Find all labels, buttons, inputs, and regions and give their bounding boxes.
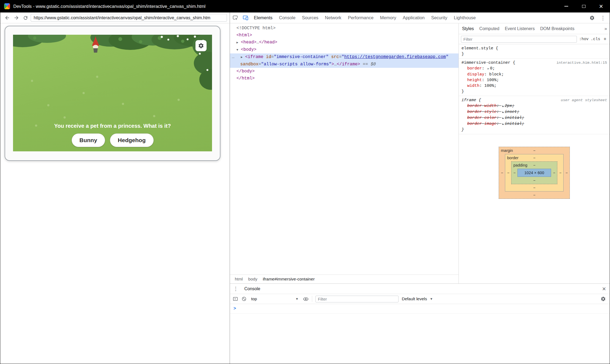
console-toolbar: top ▼ Default levels ▼ bbox=[230, 294, 610, 304]
browser-nav: https://www.gstatic.com/assistant/intera… bbox=[0, 12, 230, 23]
reload-button[interactable] bbox=[21, 14, 30, 22]
style-property[interactable]: border-width: ▶2px; bbox=[462, 103, 607, 109]
tab-lighthouse[interactable]: Lighthouse bbox=[451, 12, 479, 23]
sidebar-tab-dom-breakpoints[interactable]: DOM Breakpoints bbox=[538, 26, 577, 31]
gnome-figure bbox=[90, 36, 101, 53]
dom-tree-node[interactable]: <!DOCTYPE html> bbox=[230, 25, 459, 32]
tab-network[interactable]: Network bbox=[322, 12, 345, 23]
log-levels-select[interactable]: Default levels ▼ bbox=[402, 296, 433, 301]
style-property[interactable]: height: 100%; bbox=[462, 77, 607, 83]
style-rule--immersive-container: #immersive-container {interactive…him.ht… bbox=[459, 59, 610, 96]
dom-tree-node[interactable]: …▶<iframe id="immersive-container" src="… bbox=[230, 53, 459, 61]
choice-buttons: BunnyHedgehog bbox=[13, 133, 212, 147]
dom-tree-node[interactable]: </html> bbox=[230, 75, 459, 82]
console-drawer: ⋮ Console × top ▼ bbox=[230, 283, 610, 364]
close-button[interactable]: × bbox=[592, 0, 610, 12]
styles-filter-input[interactable] bbox=[461, 36, 577, 43]
style-property[interactable]: border-image: ▶initial; bbox=[462, 121, 607, 127]
console-prompt[interactable]: > bbox=[230, 304, 610, 314]
tab-console[interactable]: Console bbox=[276, 12, 299, 23]
forward-button[interactable] bbox=[12, 14, 20, 22]
sidebar-tab-computed[interactable]: Computed bbox=[477, 26, 502, 31]
console-filter-input[interactable] bbox=[315, 296, 399, 302]
tab-security[interactable]: Security bbox=[428, 12, 451, 23]
clear-console-button[interactable] bbox=[241, 296, 247, 302]
styles-tabs-host: StylesComputedEvent ListenersDOM Breakpo… bbox=[459, 23, 577, 34]
styles-sidebar-tabs: StylesComputedEvent ListenersDOM Breakpo… bbox=[459, 23, 610, 34]
breadcrumb-body[interactable]: body bbox=[246, 276, 260, 282]
device-toolbar-button[interactable] bbox=[240, 12, 251, 23]
dom-tree-node[interactable]: </body> bbox=[230, 68, 459, 75]
collapsed-arrow-icon[interactable]: ▶ bbox=[241, 54, 245, 61]
devtools-window: DevTools - www.gstatic.com/assistant/int… bbox=[0, 0, 610, 364]
drawer-menu-button[interactable]: ⋮ bbox=[230, 286, 242, 292]
box-model-margin: margin − − border − − bbox=[499, 147, 570, 199]
javascript-context-value: top bbox=[251, 296, 257, 301]
expanded-arrow-icon[interactable]: ▼ bbox=[236, 46, 241, 53]
minimize-button[interactable] bbox=[558, 0, 575, 12]
device-toolbar-icon bbox=[243, 15, 248, 21]
gear-icon bbox=[600, 296, 606, 302]
maximize-icon bbox=[582, 5, 586, 8]
settings-button[interactable] bbox=[587, 15, 597, 21]
toggle-hover-state-button[interactable]: :hov bbox=[579, 37, 589, 41]
console-sidebar-toggle-button[interactable] bbox=[233, 296, 238, 302]
maximize-button[interactable] bbox=[575, 0, 592, 12]
inspect-icon bbox=[232, 15, 238, 21]
box-model-border: border − − padding − − bbox=[505, 154, 564, 191]
window-controls: × bbox=[558, 0, 610, 12]
top-toolbar: https://www.gstatic.com/assistant/intera… bbox=[0, 12, 610, 23]
dom-tree-node[interactable]: ▼<body> bbox=[230, 46, 459, 53]
rule-selector[interactable]: element.style { bbox=[462, 46, 498, 51]
inspect-element-button[interactable] bbox=[230, 12, 240, 23]
choice-button-bunny[interactable]: Bunny bbox=[72, 133, 105, 147]
style-property[interactable]: border: ▶0; bbox=[462, 66, 607, 72]
margin-left-value: − bbox=[499, 154, 505, 191]
choice-button-hedgehog[interactable]: Hedgehog bbox=[110, 133, 154, 147]
tab-elements[interactable]: Elements bbox=[251, 12, 276, 23]
rule-selector[interactable]: #immersive-container { bbox=[462, 60, 515, 66]
dom-tree-node[interactable]: ▶<head>…</head> bbox=[230, 39, 459, 46]
tab-performance[interactable]: Performance bbox=[344, 12, 377, 23]
breadcrumb-html[interactable]: html bbox=[233, 276, 245, 282]
style-property[interactable]: display: block; bbox=[462, 72, 607, 77]
devtools-tabs: ElementsConsoleSourcesNetworkPerformance… bbox=[251, 12, 479, 23]
element-classes-button[interactable]: .cls bbox=[591, 37, 600, 41]
sidebar-tab-event-listeners[interactable]: Event Listeners bbox=[502, 26, 537, 31]
rule-source-link[interactable]: interactive…him.html:15 bbox=[553, 60, 607, 66]
back-button[interactable] bbox=[3, 14, 11, 22]
tab-overflow-button[interactable]: » bbox=[602, 26, 610, 31]
new-style-rule-button[interactable]: + bbox=[602, 36, 608, 42]
tab-sources[interactable]: Sources bbox=[299, 12, 322, 23]
live-expression-button[interactable] bbox=[303, 296, 309, 302]
console-settings-button[interactable] bbox=[600, 296, 607, 302]
elements-tree: <!DOCTYPE html><html>▶<head>…</head>▼<bo… bbox=[230, 23, 459, 274]
devtools-app-icon bbox=[4, 3, 10, 9]
collapsed-arrow-icon[interactable]: ▶ bbox=[236, 39, 241, 46]
style-property[interactable]: width: 100%; bbox=[462, 83, 607, 89]
tab-application[interactable]: Application bbox=[399, 12, 428, 23]
rule-selector[interactable]: iframe { bbox=[462, 97, 481, 103]
margin-label: margin bbox=[501, 148, 513, 153]
dom-tree-node[interactable]: sandbox="allow-scripts allow-forms">…</i… bbox=[230, 61, 459, 68]
url-bar[interactable]: https://www.gstatic.com/assistant/intera… bbox=[31, 14, 227, 22]
border-bottom-value: − bbox=[505, 184, 563, 191]
console-messages: > bbox=[230, 304, 610, 364]
styles-sidebar: StylesComputedEvent ListenersDOM Breakpo… bbox=[459, 23, 610, 283]
game-settings-button[interactable] bbox=[195, 40, 207, 51]
more-options-button[interactable]: ⋮ bbox=[597, 15, 609, 21]
style-property[interactable]: border-color: ▶initial; bbox=[462, 115, 607, 121]
window-titlebar: DevTools - www.gstatic.com/assistant/int… bbox=[0, 0, 610, 12]
javascript-context-select[interactable]: top ▼ bbox=[250, 296, 300, 301]
margin-bottom-value: − bbox=[499, 191, 570, 199]
rule-source-link[interactable]: user agent stylesheet bbox=[558, 97, 607, 103]
close-drawer-button[interactable]: × bbox=[598, 285, 610, 293]
devtools-toolbar-right: ⋮ bbox=[587, 12, 610, 23]
back-icon bbox=[4, 15, 10, 21]
dom-tree-node[interactable]: <html> bbox=[230, 32, 459, 39]
breadcrumb-iframe-immersive-container[interactable]: iframe#immersive-container bbox=[261, 276, 317, 282]
style-property[interactable]: border-style: ▶inset; bbox=[462, 109, 607, 115]
tab-console-drawer[interactable]: Console bbox=[242, 286, 263, 291]
sidebar-tab-styles[interactable]: Styles bbox=[459, 26, 477, 31]
tab-memory[interactable]: Memory bbox=[377, 12, 400, 23]
